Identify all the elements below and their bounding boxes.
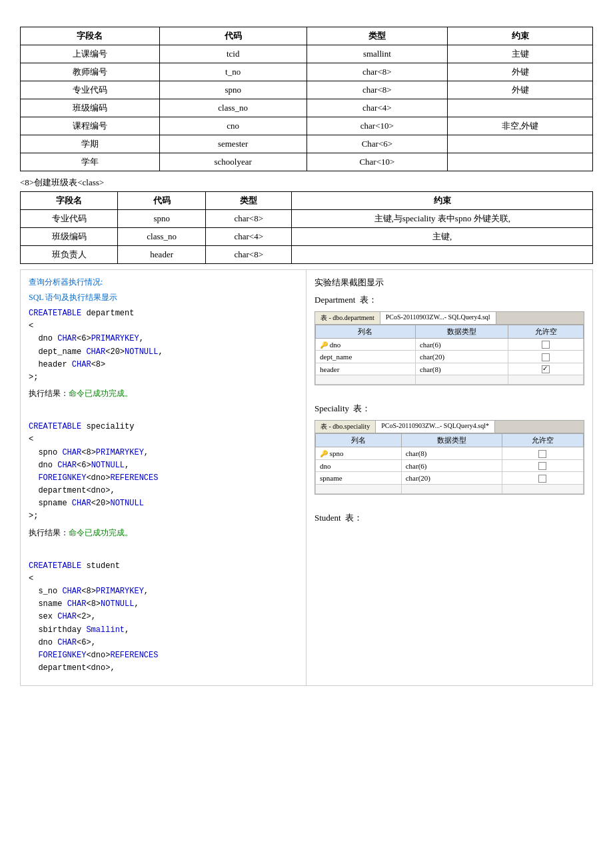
col-header-fieldname: 字段名 — [21, 27, 160, 45]
col-header-nullable: 允许空 — [508, 325, 584, 339]
table-row: 专业代码spnochar<8>主键,与speciality 表中spno 外键关… — [21, 210, 593, 228]
table2-title: <8>创建班级表<class> — [20, 177, 593, 189]
spec-tab1: 表 - dbo.speciality — [315, 421, 376, 433]
table-row: dept_name char(20) — [316, 351, 584, 363]
table-row: spname char(20) — [316, 472, 584, 484]
table-row: 课程编号cnochar<10>非空,外键 — [21, 117, 593, 135]
dept-table-title: Department 表： — [314, 294, 584, 306]
code-department: CREATETABLE department < dno CHAR<6>PRIM… — [29, 307, 298, 384]
two-column-section: 查询分析器执行情况: SQL 语句及执行结果显示 CREATETABLE dep… — [20, 269, 593, 686]
col-header-nullable: 允许空 — [502, 434, 583, 447]
table-row: 🔑 spno char(8) — [316, 447, 584, 459]
right-column: 实验结果截图显示 Department 表： 表 - dbo.departmen… — [306, 270, 592, 685]
right-main-heading: 实验结果截图显示 — [314, 277, 584, 289]
spec-table-inner: 列名 数据类型 允许空 🔑 spno char(8) dno char(6) — [315, 433, 584, 493]
table-row: 班级编码class_nochar<4> — [21, 99, 593, 117]
top-table: 字段名 代码 类型 约束 上课编号tcidsmallint主键 教师编号t_no… — [20, 27, 593, 171]
col-header-datatype: 数据类型 — [401, 434, 502, 447]
table-row: 班级编码class_nochar<4>主键, — [21, 228, 593, 246]
table-row: header char(8) — [316, 363, 584, 375]
col-header-code: 代码 — [118, 192, 206, 210]
col-header-colname: 列名 — [316, 325, 416, 339]
result2: 执行结果：命令已成功完成。 — [29, 527, 298, 539]
table-row: 学年schoolyearChar<10> — [21, 153, 593, 171]
dept-tab2: PCoS-20110903ZW...- SQLQuery4.sql — [380, 312, 496, 324]
table-row: dno char(6) — [316, 459, 584, 471]
code-speciality: CREATETABLE speciality < spno CHAR<8>PRI… — [29, 421, 298, 523]
col-header-colname: 列名 — [316, 434, 402, 447]
empty-row — [316, 375, 584, 385]
spec-tab2: PCoS-20110903ZW...- SQLQuery4.sql* — [376, 421, 495, 433]
student-table-title: Student 表： — [314, 512, 584, 524]
col-header-constraint: 约束 — [292, 192, 593, 210]
left-column: 查询分析器执行情况: SQL 语句及执行结果显示 CREATETABLE dep… — [21, 270, 306, 685]
left-heading1: 查询分析器执行情况: — [29, 277, 298, 288]
col-header-constraint: 约束 — [448, 27, 593, 45]
table-row: 班负责人headerchar<8> — [21, 246, 593, 264]
col-header-type: 类型 — [206, 192, 292, 210]
left-heading2: SQL 语句及执行结果显示 — [29, 292, 298, 303]
spec-title-bar: 表 - dbo.speciality PCoS-20110903ZW...- S… — [315, 421, 584, 433]
spec-sql-screenshot: 表 - dbo.speciality PCoS-20110903ZW...- S… — [314, 420, 584, 494]
empty-row — [316, 484, 584, 493]
table-row: 专业代码spnochar<8>外键 — [21, 81, 593, 99]
col-header-code: 代码 — [159, 27, 306, 45]
dept-sql-screenshot: 表 - dbo.department PCoS-20110903ZW...- S… — [314, 311, 584, 385]
result1: 执行结果：命令已成功完成。 — [29, 388, 298, 399]
table-row: 🔑 dno char(6) — [316, 339, 584, 351]
table-row: 教师编号t_nochar<8>外键 — [21, 63, 593, 81]
spec-table-title: Speciality 表： — [314, 403, 584, 415]
class-table: 字段名 代码 类型 约束 专业代码spnochar<8>主键,与speciali… — [20, 191, 593, 264]
col-header-fieldname: 字段名 — [21, 192, 118, 210]
dept-table-inner: 列名 数据类型 允许空 🔑 dno char(6) dept_name char… — [315, 325, 584, 385]
table-row: 学期semesterChar<6> — [21, 135, 593, 153]
table-row: 上课编号tcidsmallint主键 — [21, 45, 593, 63]
col-header-datatype: 数据类型 — [415, 325, 508, 339]
dept-tab1: 表 - dbo.department — [315, 312, 380, 324]
col-header-type: 类型 — [306, 27, 447, 45]
dept-title-bar: 表 - dbo.department PCoS-20110903ZW...- S… — [315, 312, 584, 325]
code-student: CREATETABLE student < s_no CHAR<8>PRIMAR… — [29, 560, 298, 675]
